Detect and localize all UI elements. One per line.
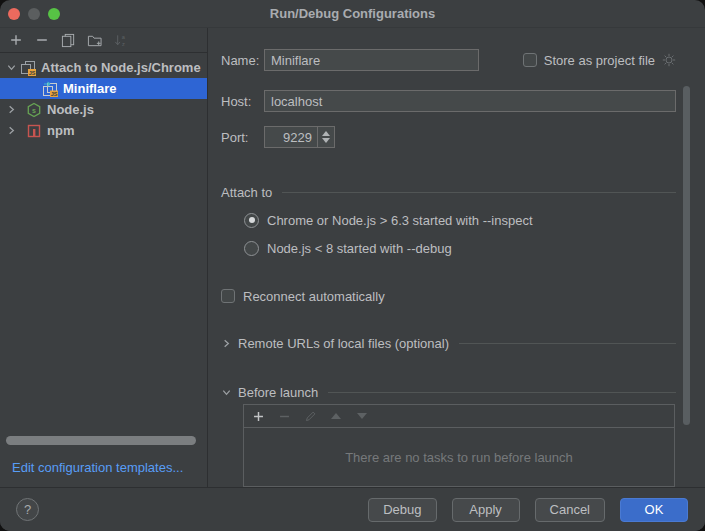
host-row: Host: [221,90,676,112]
before-launch-task-list: There are no tasks to run before launch [243,404,675,487]
attach-to-title: Attach to [221,185,272,200]
ok-button[interactable]: OK [620,498,688,522]
store-as-project-file-label: Store as project file [544,53,655,68]
store-as-project-file-group: Store as project file [523,53,676,68]
form-vertical-scrollbar[interactable] [683,86,690,425]
sidebar-toolbar: az [0,28,207,53]
dialog-content: az JS Attach to Node.js/Chrome JS [0,28,705,487]
tree-item-attach-to-nodejs-chrome[interactable]: JS Attach to Node.js/Chrome [0,57,207,78]
attach-option-inspect[interactable]: Chrome or Node.js > 6.3 started with --i… [244,209,676,231]
help-button[interactable]: ? [16,498,39,521]
add-icon[interactable] [251,409,265,423]
chevron-down-icon[interactable] [221,387,232,398]
title-bar: Run/Debug Configurations [0,0,705,28]
reconnect-row[interactable]: Reconnect automatically [221,285,676,307]
dialog-title: Run/Debug Configurations [0,6,705,21]
remote-urls-title: Remote URLs of local files (optional) [238,336,449,351]
minimize-window-button[interactable] [28,8,40,20]
add-icon[interactable] [8,32,24,48]
port-label: Port: [221,130,264,145]
spinner-down-icon[interactable] [322,138,330,143]
remote-urls-section-header[interactable]: Remote URLs of local files (optional) [221,332,676,354]
window-controls [8,8,60,20]
move-up-icon[interactable] [329,409,343,423]
tree-item-npm[interactable]: npm [0,120,207,141]
attach-to-section-header: Attach to [221,181,676,203]
run-debug-configurations-dialog: Run/Debug Configurations az [0,0,705,531]
zoom-window-button[interactable] [48,8,60,20]
configurations-sidebar: az JS Attach to Node.js/Chrome JS [0,28,208,487]
dialog-footer: ? Debug Apply Cancel OK [0,487,705,531]
new-folder-icon[interactable] [86,32,102,48]
name-label: Name: [221,53,264,68]
port-spinner[interactable] [317,127,334,147]
separator [459,343,676,344]
svg-text:z: z [121,41,124,47]
debug-button[interactable]: Debug [368,498,436,522]
chevron-down-icon[interactable] [6,62,20,73]
host-input[interactable] [264,90,676,112]
before-launch-empty-message: There are no tasks to run before launch [244,428,674,486]
attach-option-debug[interactable]: Node.js < 8 started with --debug [244,237,676,259]
spinner-up-icon[interactable] [322,131,330,136]
attach-nodejs-chrome-icon: JS [20,60,36,76]
remove-icon[interactable] [277,409,291,423]
reconnect-checkbox[interactable] [221,289,235,303]
radio-selected-icon[interactable] [244,213,259,228]
svg-text:s: s [32,106,36,113]
edit-icon[interactable] [303,409,317,423]
chevron-right-icon[interactable] [6,104,20,115]
name-row: Name: Store as project file [221,49,676,71]
remove-icon[interactable] [34,32,50,48]
port-stepper [264,126,335,148]
copy-icon[interactable] [60,32,76,48]
move-down-icon[interactable] [355,409,369,423]
reconnect-label: Reconnect automatically [243,289,385,304]
name-input[interactable] [264,49,479,71]
port-input[interactable] [265,127,317,147]
sidebar-horizontal-scrollbar[interactable] [6,436,196,445]
npm-icon [26,123,42,139]
tree-item-label: Node.js [47,102,94,117]
before-launch-section-header[interactable]: Before launch [221,381,676,403]
before-launch-title: Before launch [238,385,318,400]
edit-configuration-templates-link[interactable]: Edit configuration templates... [12,460,183,475]
svg-text:a: a [121,34,125,40]
tree-item-miniflare[interactable]: JS Miniflare [0,78,207,99]
separator [282,192,676,193]
chevron-right-icon[interactable] [221,338,232,349]
tree-item-label: Miniflare [63,81,116,96]
sort-icon[interactable]: az [112,32,128,48]
tree-item-label: npm [47,123,74,138]
separator [328,392,676,393]
tree-item-label: Attach to Node.js/Chrome [41,60,201,75]
configuration-form: Name: Store as project file Host: Port: [208,28,705,487]
gear-icon[interactable] [662,53,676,67]
radio-unselected-icon[interactable] [244,241,259,256]
footer-buttons: Debug Apply Cancel OK [368,498,688,522]
attach-option-label: Node.js < 8 started with --debug [267,241,452,256]
chevron-right-icon[interactable] [6,125,20,136]
configurations-tree: JS Attach to Node.js/Chrome JS Miniflare [0,57,207,141]
port-row: Port: [221,126,676,148]
svg-text:JS: JS [51,90,58,96]
svg-text:JS: JS [29,69,36,75]
host-label: Host: [221,94,264,109]
store-as-project-file-checkbox[interactable] [523,53,537,67]
tree-item-nodejs[interactable]: s Node.js [0,99,207,120]
cancel-button[interactable]: Cancel [535,498,605,522]
before-launch-toolbar [244,405,674,428]
nodejs-icon: s [26,102,42,118]
apply-button[interactable]: Apply [452,498,520,522]
attach-option-label: Chrome or Node.js > 6.3 started with --i… [267,213,533,228]
attach-config-icon: JS [42,81,58,97]
close-window-button[interactable] [8,8,20,20]
